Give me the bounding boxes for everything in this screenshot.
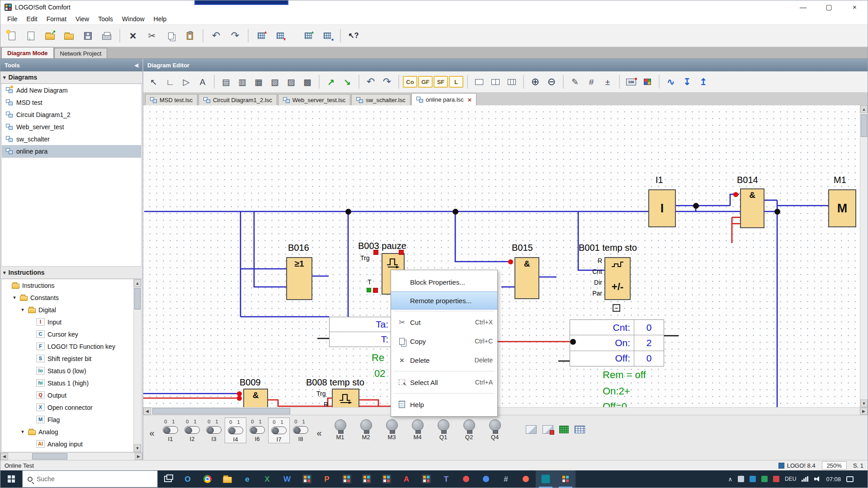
tab-sw-schalter-lsc[interactable]: sw_schalter.lsc [351, 94, 410, 105]
minimize-button[interactable]: — [790, 0, 816, 14]
taskbar-excel[interactable]: X [257, 470, 277, 488]
diagram-item-web_server_test[interactable]: Web_server_test [2, 121, 141, 133]
notification-center-icon[interactable] [846, 476, 854, 482]
tree-open-connector[interactable]: XOpen connector [2, 401, 133, 413]
align-top-button[interactable]: ▦ [251, 74, 266, 89]
tree-analog-input[interactable]: AIAnalog input [2, 438, 133, 450]
taskbar-chrome[interactable] [198, 470, 217, 488]
start-button[interactable] [0, 470, 22, 488]
tree-status-1-high-[interactable]: hiStatus 1 (high) [2, 377, 133, 389]
collapse-parameter-icon[interactable]: − [613, 304, 620, 312]
taskbar-app-blue[interactable] [476, 470, 496, 488]
data-table-button[interactable] [575, 426, 585, 435]
align-bottom-button[interactable]: ▧ [267, 74, 283, 89]
taskbar-app-gray[interactable]: # [496, 470, 516, 488]
paste-button[interactable] [181, 27, 199, 45]
delete-button[interactable]: × [124, 27, 142, 45]
tab-online-para-lsc[interactable]: online para.lsc× [411, 93, 477, 105]
diagram-item-add-new-diagram[interactable]: ★Add New Diagram [2, 84, 141, 96]
upload-plc-button[interactable]: ↥ [696, 74, 711, 89]
tray-icon-green[interactable] [761, 476, 768, 482]
language-indicator[interactable]: DEU [785, 476, 796, 482]
context-help-button[interactable]: ↖? [344, 27, 363, 45]
tree-digital[interactable]: ▾Digital [2, 304, 133, 316]
tab-web-server-test-lsc[interactable]: Web_server_test.lsc [278, 94, 351, 105]
close-button[interactable]: × [842, 0, 868, 14]
menu-help[interactable]: Help [149, 14, 171, 23]
taskbar-edge[interactable]: e [237, 470, 257, 488]
menu-item-block-properties[interactable]: Block Properties... [391, 272, 497, 291]
taskbar-acrobat[interactable]: A [396, 470, 416, 488]
bring-forward-button[interactable]: ↗ [323, 74, 339, 89]
block-b016[interactable]: ≥1 [286, 257, 312, 300]
distribute-vertical-button[interactable]: ▩ [300, 74, 315, 89]
toggle-i1[interactable] [163, 426, 178, 434]
selection-handle[interactable] [373, 288, 378, 293]
collapse-panel-icon[interactable]: ◀ [135, 62, 138, 68]
snapshot-record-button[interactable] [542, 425, 553, 436]
zoom-in-button[interactable]: ⊕ [528, 74, 543, 89]
diagram-item-circuit-diagram1_2[interactable]: Circuit Diagram1_2 [2, 108, 141, 121]
taskbar-powerpoint[interactable]: P [317, 470, 337, 488]
toggle-i6[interactable] [250, 426, 265, 434]
scroll-right-icon[interactable]: ▶ [135, 453, 142, 460]
tree-shift-register-bit[interactable]: SShift register bit [2, 352, 133, 365]
taskbar-logo-tool-1[interactable] [297, 470, 317, 488]
taskbar-logo-running[interactable] [556, 470, 576, 488]
input-switch-i3[interactable]: 0 1I3 [203, 418, 225, 443]
download-plc-button[interactable]: ↧ [679, 74, 695, 89]
undo-button[interactable]: ↶ [363, 74, 378, 89]
open-file-button[interactable] [60, 27, 78, 45]
parameter-box-button[interactable]: ± [600, 74, 615, 89]
taskbar-logo-tool-2[interactable] [337, 470, 357, 488]
toggle-i7[interactable] [271, 427, 287, 434]
counter-parameter-box[interactable]: Cnt: 0 On: 2 Off: 0 [570, 319, 664, 366]
scrollbar-thumb[interactable] [134, 288, 141, 310]
input-switch-i4[interactable]: 0 1I4 [225, 418, 246, 443]
block-b015[interactable]: & [514, 257, 539, 299]
block-b009[interactable]: & [243, 389, 268, 407]
value-table-button[interactable] [559, 426, 569, 435]
zoom-level[interactable]: 250% [822, 461, 847, 469]
tools-horizontal-scrollbar[interactable]: ◀ ▶ [0, 452, 142, 460]
send-backward-button[interactable]: ↘ [340, 74, 355, 89]
plc-compare-2-button[interactable] [318, 27, 336, 45]
expand-arrow-icon[interactable]: ▾ [20, 429, 25, 435]
distribute-horizontal-button[interactable]: ▨ [283, 74, 299, 89]
tree-cursor-key[interactable]: CCursor key [2, 328, 133, 340]
tray-icon-onedrive[interactable] [738, 476, 744, 482]
taskbar-word[interactable]: W [277, 470, 297, 488]
diagram-item-online-para[interactable]: online para [2, 145, 141, 157]
scroll-down-icon[interactable]: ▼ [860, 399, 868, 407]
diagram-item-sw_schalter[interactable]: sw_schalter [2, 133, 141, 145]
redo-button[interactable]: ↷ [226, 27, 244, 45]
input-switch-i8[interactable]: 0 1I8 [290, 418, 311, 443]
format-painter-button[interactable]: ✎ [567, 74, 583, 89]
snapshot-button[interactable] [526, 425, 537, 436]
menu-edit[interactable]: Edit [22, 14, 42, 23]
export-upload-button[interactable] [41, 27, 59, 45]
text-tool-button[interactable]: A [195, 74, 210, 89]
save-file-button[interactable] [79, 27, 97, 45]
canvas-horizontal-scrollbar[interactable]: ◀ ▶ [143, 407, 868, 415]
taskbar-task-view[interactable] [158, 470, 178, 488]
scroll-up-icon[interactable]: ▲ [860, 105, 868, 113]
tray-icon-red[interactable] [773, 476, 779, 482]
fbd-gf-button[interactable]: GF [418, 76, 433, 88]
tree-analog[interactable]: ▾Analog [2, 426, 133, 438]
fbd-sf-button[interactable]: SF [434, 76, 448, 88]
input-switch-i7[interactable]: 0 1I7 [268, 418, 290, 443]
tab-network-project[interactable]: Network Project [54, 48, 108, 58]
canvas-vertical-scrollbar[interactable]: ▲ ▼ [860, 105, 868, 407]
tray-icon-blue[interactable] [750, 476, 756, 482]
input-switch-i6[interactable]: 0 1I6 [246, 418, 268, 443]
toggle-i4[interactable] [228, 427, 243, 434]
new-file-button[interactable] [3, 27, 21, 45]
scroll-left-icon[interactable]: ◀ [143, 408, 151, 415]
block-i1[interactable]: I [648, 189, 676, 227]
view-single-button[interactable] [472, 74, 487, 89]
expand-arrow-icon[interactable]: ▾ [20, 307, 25, 313]
tree-scrollbar[interactable]: ▲ ▼ [133, 279, 141, 452]
align-right-button[interactable]: ▥ [235, 74, 250, 89]
diagram-item-msd-test[interactable]: MSD test [2, 96, 141, 108]
